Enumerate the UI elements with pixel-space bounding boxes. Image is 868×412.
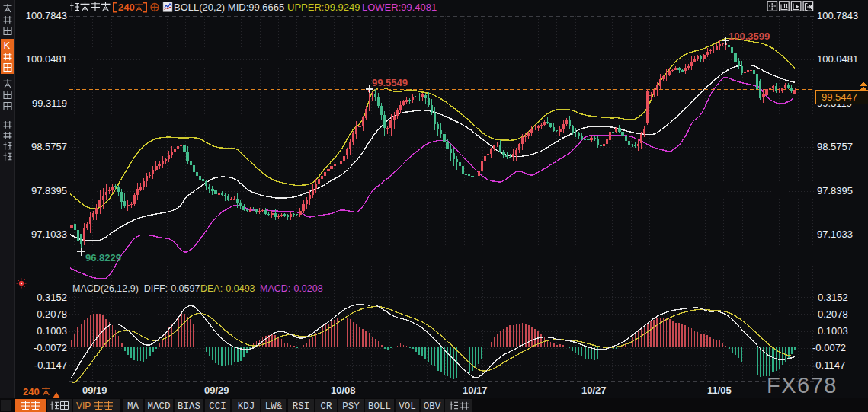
svg-text:PSY: PSY bbox=[342, 401, 360, 412]
svg-text:CR: CR bbox=[320, 401, 332, 412]
svg-text:240: 240 bbox=[23, 386, 40, 398]
svg-text:OBV: OBV bbox=[424, 401, 441, 412]
svg-text:MA: MA bbox=[127, 401, 139, 412]
svg-text:KDJ: KDJ bbox=[238, 401, 255, 412]
svg-text:K: K bbox=[4, 40, 11, 51]
svg-text:VIP: VIP bbox=[76, 401, 91, 411]
svg-text:RSI: RSI bbox=[293, 401, 310, 412]
svg-text:LW&: LW& bbox=[265, 401, 283, 412]
svg-text:240: 240 bbox=[118, 2, 135, 13]
svg-text:BIAS: BIAS bbox=[178, 401, 200, 412]
svg-text:VOL: VOL bbox=[399, 401, 416, 412]
svg-text:MACD: MACD bbox=[147, 401, 170, 412]
svg-text:CCI: CCI bbox=[209, 401, 226, 412]
svg-text:BOLL: BOLL bbox=[368, 401, 391, 412]
